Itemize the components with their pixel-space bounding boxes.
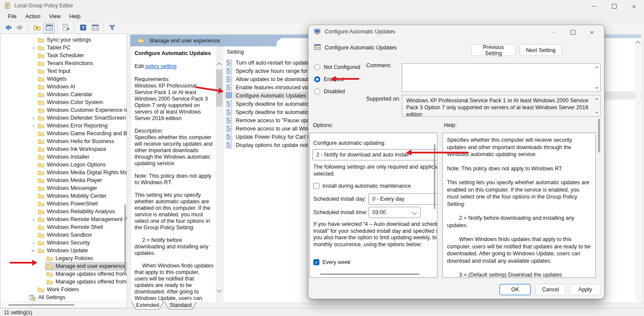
up-folder-button[interactable] [31,23,43,33]
back-button[interactable] [2,23,13,33]
tree-item[interactable]: Windows Media Player [0,176,124,184]
radio-icon[interactable] [314,64,320,70]
console-tree-button[interactable] [43,23,55,33]
tree-item[interactable]: Windows Game Recording and Br [0,130,124,137]
scroll-up-icon[interactable] [217,62,221,67]
tree-vertical-scrollbar[interactable] [125,204,126,274]
scroll-up-icon[interactable] [595,98,598,100]
tree-node[interactable]: Windows Calendar [37,91,94,98]
tree-node[interactable]: Manage updates offered from [46,278,127,286]
tree-item[interactable]: Windows PowerShell [0,200,124,208]
tree-horizontal-scrollbar[interactable] [0,302,127,308]
minimize-button[interactable] [584,0,604,12]
menu-help[interactable]: Help [65,12,85,21]
tree-node[interactable]: Windows Sandbox [37,231,94,239]
tree-item[interactable]: Manage updates offered from [0,270,124,278]
tree-item[interactable]: Work Folders [0,286,124,293]
install-maintenance-checkbox[interactable]: Install during automatic maintenance [313,183,411,189]
tree-node[interactable]: Widgets [37,75,68,83]
expand-chevron-icon[interactable]: › [30,240,37,246]
tree-item[interactable]: Windows AI [0,83,124,91]
tree-item[interactable]: Widgets [0,75,124,83]
options-horizontal-scrollbar[interactable] [320,274,420,275]
tree-item[interactable]: Windows Installer [0,153,124,161]
tree-node[interactable]: Windows Defender SmartScreen [37,114,127,122]
tab-standard[interactable]: Standard [164,302,197,309]
every-week-checkbox[interactable]: ✓Every week [313,259,351,265]
forward-button[interactable] [14,23,26,33]
tree-node[interactable]: Windows PowerShell [37,200,99,208]
scroll-up-icon[interactable] [635,41,640,46]
comment-field[interactable] [402,63,601,92]
tree-item[interactable]: Task Scheduler [0,52,124,59]
radio-disabled[interactable]: Disabled [314,88,345,94]
expand-chevron-icon[interactable]: › [30,45,37,51]
tree-item[interactable]: Windows Mobility Center [0,192,124,200]
tree-item[interactable]: Windows Reliability Analysis [0,208,124,215]
menu-file[interactable]: File [3,12,21,21]
tree-node[interactable]: Manage updates offered from [46,270,127,278]
tree-item[interactable]: Windows Calendar [0,91,124,98]
tree-node-selected[interactable]: Manage end user experience [46,263,127,270]
menu-view[interactable]: View [45,12,65,21]
tree-node[interactable]: Windows Color System [37,99,105,106]
settings-vertical-scrollbar[interactable] [635,40,641,302]
tree-item[interactable]: All Settings [0,293,124,301]
tree-node[interactable]: Text Input [37,68,72,75]
tree-item[interactable]: Manage updates offered from [0,278,124,286]
tree-node[interactable]: Sync your settings [37,36,93,44]
tree-node[interactable]: Windows Error Reporting [37,122,109,130]
apply-button[interactable]: Apply [570,284,601,295]
tree-item[interactable]: ›Windows Security [0,239,124,247]
radio-not-configured[interactable]: Not Configured [314,64,360,70]
filter-button[interactable] [106,23,118,33]
tree-node[interactable]: Legacy Policies [46,255,95,262]
expand-chevron-icon[interactable]: › [30,115,37,121]
help-button[interactable]: ? [77,23,89,33]
scrollbar-thumb[interactable] [8,304,74,306]
radio-icon-selected[interactable] [314,76,320,82]
cancel-button[interactable]: Cancel [535,284,566,295]
expand-chevron-icon[interactable]: › [30,123,37,129]
tree-item[interactable]: Windows Color System [0,98,124,106]
tree-node[interactable]: Windows AI [37,83,77,91]
menu-action[interactable]: Action [21,12,45,21]
tree-node[interactable]: Windows Logon Options [37,161,108,169]
dialog-close-button[interactable]: × [582,26,601,38]
radio-icon[interactable] [314,88,320,94]
console-window-button[interactable] [89,23,101,33]
tree-item[interactable]: ›Tablet PC [0,44,124,52]
scroll-up-icon[interactable] [595,66,598,68]
tree-node[interactable]: Work Folders [37,286,81,293]
tree-item[interactable]: ›Windows Error Reporting [0,122,124,130]
tree-item[interactable]: Text Input [0,67,124,75]
tree-node[interactable]: Windows Remote Management (W [37,216,127,223]
tree-node[interactable]: All Settings [28,294,67,301]
tree-node[interactable]: Windows Update [37,247,90,254]
tree-item[interactable]: Windows Messenger [0,184,124,192]
tree-item[interactable]: Windows Sandbox [0,231,124,239]
next-setting-button[interactable]: Next Setting [519,44,562,56]
scroll-down-icon[interactable] [217,287,221,292]
tree-node[interactable]: Task Scheduler [37,52,85,59]
export-list-button[interactable] [60,23,72,33]
tree-node[interactable]: Windows Installer [37,153,91,161]
tree-item[interactable]: Sync your settings [0,36,124,44]
tree-node[interactable]: Windows Game Recording and Br [37,130,127,137]
tree-item[interactable]: Windows Customer Experience Im [0,106,124,114]
tree-item[interactable]: Windows Hello for Business [0,137,124,145]
tree-item[interactable]: ›Windows Defender SmartScreen [0,114,124,122]
tab-extended[interactable]: Extended [131,302,164,309]
policy-setting-link[interactable]: policy setting [145,63,177,69]
ok-button[interactable]: OK [499,284,531,295]
scroll-down-icon[interactable] [595,87,598,89]
close-button[interactable]: × [624,0,644,12]
tree-node[interactable]: Tenant Restrictions [37,60,95,67]
tree-node[interactable]: Tablet PC [37,44,72,52]
tree-node[interactable]: Windows Customer Experience Im [37,107,127,114]
install-time-dropdown[interactable]: 03:00 [368,207,421,218]
tree-item[interactable]: Windows Media Digital Rights Ma [0,169,124,176]
tree-node[interactable]: Windows Remote Shell [37,224,105,231]
help-scrollbar[interactable] [598,119,600,153]
tree-item[interactable]: Tenant Restrictions [0,59,124,67]
